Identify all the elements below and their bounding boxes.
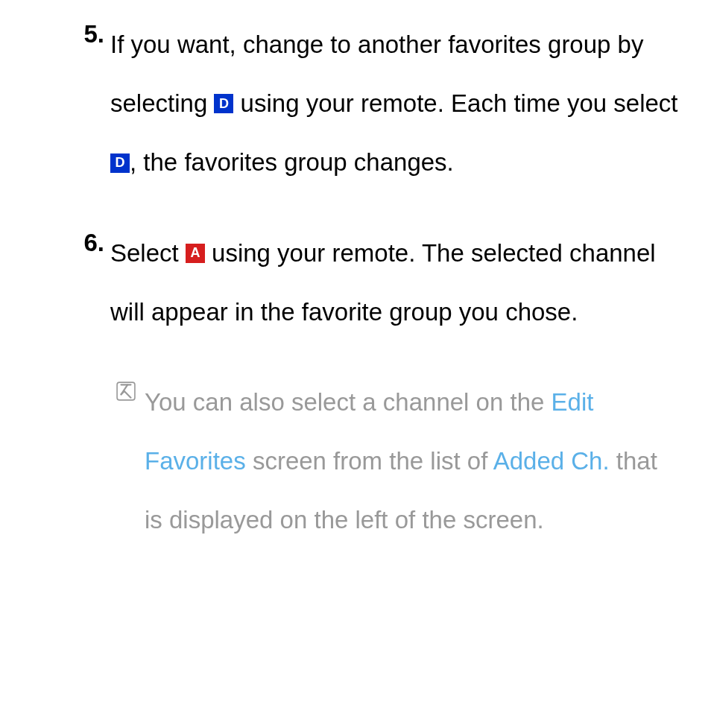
text-segment: using your remote. Each time you select bbox=[233, 89, 677, 117]
link-text: Added Ch. bbox=[493, 447, 610, 475]
note-icon bbox=[116, 382, 145, 404]
step-6: 6. Select A using your remote. The selec… bbox=[0, 224, 681, 341]
button-badge-d: D bbox=[110, 153, 130, 173]
step-number: 6. bbox=[75, 224, 110, 341]
step-content: If you want, change to another favorites… bbox=[110, 15, 681, 192]
step-number: 5. bbox=[75, 15, 110, 192]
button-badge-a: A bbox=[186, 244, 205, 263]
text-segment: , the favorites group changes. bbox=[130, 148, 454, 176]
text-segment: Select bbox=[110, 239, 186, 267]
button-badge-d: D bbox=[214, 94, 233, 113]
note-content: You can also select a channel on the Edi… bbox=[145, 373, 681, 550]
note-block: You can also select a channel on the Edi… bbox=[0, 373, 681, 550]
text-segment: You can also select a channel on the bbox=[145, 388, 552, 416]
text-segment: screen from the list of bbox=[246, 447, 493, 475]
step-content: Select A using your remote. The selected… bbox=[110, 224, 681, 341]
step-5: 5. If you want, change to another favori… bbox=[0, 15, 681, 192]
